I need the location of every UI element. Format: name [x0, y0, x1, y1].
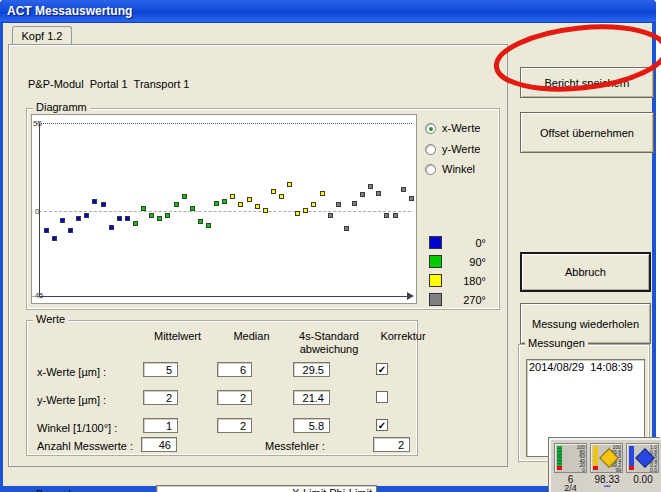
zero-line	[39, 211, 411, 212]
y-tick-zero: 0	[35, 207, 39, 216]
radio-y-werte[interactable]: y-Werte	[425, 143, 480, 155]
anzahl-label: Anzahl Messwerte :	[37, 440, 133, 452]
data-point	[206, 223, 211, 228]
module-header-label: P&P-Modul Portal 1 Transport 1	[28, 78, 189, 90]
data-point	[344, 226, 349, 231]
data-point	[174, 202, 179, 207]
input-y-mittelwert[interactable]: 2	[143, 390, 178, 405]
messung-wiederholen-label: Messung wiederholen	[532, 318, 639, 330]
diagramm-group: Diagramm 55 0 -45 x-Werte	[26, 108, 500, 310]
gauge-panel-count: 100806040200	[554, 443, 587, 473]
radio-x-werte-label: x-Werte	[442, 122, 480, 134]
legend-label: 90°	[454, 256, 486, 268]
data-point	[311, 202, 316, 207]
legend-item-0deg: 0°	[429, 236, 486, 249]
offset-uebernehmen-label: Offset übernehmen	[540, 127, 634, 139]
input-x-median[interactable]: 6	[217, 362, 252, 377]
messung-list-item[interactable]: 2014/08/29 14:08:39	[527, 360, 644, 373]
legend-item-90deg: 90°	[429, 255, 486, 268]
input-y-std[interactable]: 21.4	[293, 390, 330, 405]
input-bemerkung[interactable]: X-Limit Phi-Limit	[156, 485, 377, 492]
upper-limit-line	[36, 123, 412, 124]
input-winkel-mittelwert[interactable]: 1	[143, 418, 178, 433]
checkbox-korrektur-x[interactable]: ✓	[376, 363, 388, 375]
data-point	[214, 201, 219, 206]
dialog-window: ACT Messauswertung Kopf 1.2 P&P-Modul Po…	[0, 0, 656, 492]
input-messfehler[interactable]: 2	[373, 437, 410, 452]
data-point	[368, 184, 373, 189]
y-tick-bottom: -45	[32, 291, 44, 300]
dialog-body: Kopf 1.2 P&P-Modul Portal 1 Transport 1 …	[3, 23, 652, 486]
gauge-value-blue: 0.00	[626, 474, 660, 485]
data-point	[271, 189, 276, 194]
col-header-mittelwert: Mittelwert	[140, 330, 215, 342]
title-bar[interactable]: ACT Messauswertung	[0, 0, 656, 23]
data-point	[320, 191, 325, 196]
data-point	[287, 182, 292, 187]
data-point	[393, 213, 398, 218]
input-y-median[interactable]: 2	[217, 390, 252, 405]
radio-x-werte[interactable]: x-Werte	[425, 122, 480, 134]
data-point	[44, 228, 49, 233]
radio-dot-icon	[425, 123, 436, 134]
werte-group: Werte Mittelwert Median 4s-Standard abwe…	[26, 320, 418, 456]
legend-swatch-green	[429, 255, 442, 268]
tab-page: P&P-Modul Portal 1 Transport 1 Diagramm …	[8, 44, 508, 467]
window-title: ACT Messauswertung	[7, 4, 132, 18]
data-point	[92, 199, 97, 204]
data-point	[149, 213, 154, 218]
scatter-chart: 55 0 -45	[31, 114, 417, 304]
input-winkel-median[interactable]: 2	[217, 418, 252, 433]
data-point	[52, 236, 57, 241]
data-point	[328, 213, 333, 218]
legend-swatch-yellow	[429, 274, 442, 287]
input-anzahl-messwerte[interactable]: 46	[141, 437, 177, 452]
legend-label: 270°	[454, 294, 486, 306]
data-point	[157, 216, 162, 221]
data-point	[376, 191, 381, 196]
messfehler-label: Messfehler :	[265, 440, 325, 452]
radio-winkel[interactable]: Winkel	[425, 163, 475, 175]
input-winkel-std[interactable]: 5.8	[293, 418, 330, 433]
data-point	[125, 216, 130, 221]
row-label-x-werte: x-Werte [µm] :	[37, 366, 106, 378]
data-point	[279, 194, 284, 199]
werte-group-label: Werte	[33, 313, 68, 325]
data-point	[255, 204, 260, 209]
col-header-std-1: 4s-Standard	[289, 330, 369, 342]
x-axis	[39, 296, 411, 297]
gauge-bar-icon	[629, 446, 634, 470]
data-point	[198, 219, 203, 224]
tab-kopf-1-2[interactable]: Kopf 1.2	[12, 26, 72, 45]
row-label-winkel: Winkel [1/100°] :	[37, 422, 117, 434]
bemerkung-label: Bemerkung :	[36, 488, 98, 492]
data-point	[141, 206, 146, 211]
checkbox-korrektur-winkel[interactable]: ✓	[376, 419, 388, 431]
row-label-y-werte: y-Werte [µm] :	[37, 394, 106, 406]
gauge-bar-icon	[557, 446, 562, 470]
input-x-std[interactable]: 29.5	[293, 362, 330, 377]
gauge-scale-labels: 100806040200	[571, 445, 585, 473]
legend-item-180deg: 180°	[429, 274, 486, 287]
messungen-group-label: Messungen	[525, 337, 588, 349]
input-x-mittelwert[interactable]: 5	[143, 362, 178, 377]
legend-label: 180°	[454, 275, 486, 287]
data-point	[401, 187, 406, 192]
gauge-panel-blue: 1.00.80.60.40.20.0	[626, 443, 659, 473]
diagramm-group-label: Diagramm	[33, 101, 90, 113]
data-point	[263, 208, 268, 213]
data-point	[230, 194, 235, 199]
data-point	[295, 211, 300, 216]
radio-y-werte-label: y-Werte	[442, 143, 480, 155]
data-point	[336, 202, 341, 207]
tab-label: Kopf 1.2	[22, 30, 63, 42]
checkbox-korrektur-y[interactable]	[376, 391, 388, 403]
data-point	[117, 216, 122, 221]
data-point	[101, 202, 106, 207]
offset-uebernehmen-button[interactable]: Offset übernehmen	[520, 112, 654, 153]
abbruch-button[interactable]: Abbruch	[520, 252, 651, 292]
data-point	[247, 197, 252, 202]
legend-swatch-gray	[429, 293, 442, 306]
x-axis-arrow-icon	[407, 292, 414, 300]
bericht-speichern-button[interactable]: Bericht speichern	[520, 67, 654, 98]
